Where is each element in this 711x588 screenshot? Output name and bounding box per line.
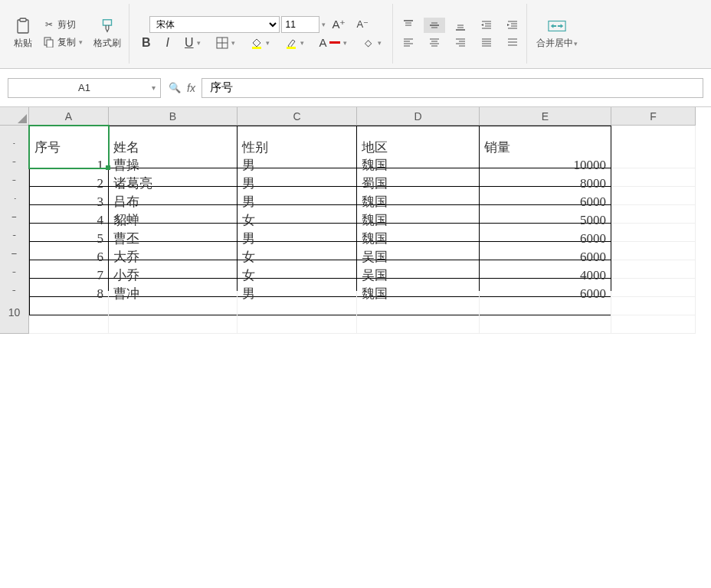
select-all-corner[interactable] (0, 107, 29, 126)
font-decrease-icon: A⁻ (356, 18, 369, 30)
underline-icon: U (185, 36, 194, 50)
cell[interactable] (29, 291, 109, 334)
borders-button[interactable]: ▾ (211, 35, 240, 51)
merge-icon (548, 17, 566, 35)
font-color-icon: A (319, 36, 327, 49)
brush-icon (98, 17, 116, 35)
svg-rect-1 (20, 18, 26, 21)
bold-button[interactable]: B (137, 34, 156, 51)
spreadsheet-grid[interactable]: ABCDEF1序号姓名性别地区销量21曹操男魏国1000032诸葛亮男蜀国800… (0, 107, 711, 309)
eraser-icon: ◇ (362, 37, 375, 49)
column-header[interactable]: C (238, 107, 357, 126)
indent-left-icon (480, 19, 493, 31)
align-right-button[interactable] (450, 34, 471, 50)
align-left-icon (402, 36, 414, 48)
copy-button[interactable]: 复制 ▾ (38, 34, 87, 51)
distribute-icon (506, 36, 519, 48)
font-increase-icon: A⁺ (332, 18, 346, 31)
align-center-icon (428, 36, 441, 48)
font-color-button[interactable]: A▾ (315, 34, 352, 51)
fx-icon[interactable]: fx (187, 82, 195, 94)
highlight-button[interactable]: ▾ (280, 35, 309, 51)
bold-icon: B (142, 36, 151, 50)
cell[interactable] (357, 291, 480, 334)
font-size-input[interactable] (281, 16, 319, 33)
cell[interactable] (480, 291, 611, 334)
italic-icon: I (166, 36, 169, 50)
column-header[interactable]: D (357, 107, 480, 126)
align-top-button[interactable] (398, 18, 419, 33)
border-icon (216, 37, 228, 49)
cut-label: 剪切 (57, 18, 76, 31)
clipboard-icon (14, 17, 32, 35)
highlight-icon (285, 37, 297, 49)
formula-input[interactable] (202, 78, 703, 98)
merge-center-label: 合并居中 (536, 38, 573, 48)
eraser-button[interactable]: ◇▾ (358, 35, 386, 51)
cell[interactable] (611, 291, 696, 334)
decrease-indent-button[interactable] (476, 18, 497, 33)
column-header[interactable]: E (480, 107, 611, 126)
align-center-button[interactable] (424, 34, 445, 50)
underline-button[interactable]: U▾ (180, 34, 205, 51)
merge-center-button[interactable]: 合并居中▾ (532, 15, 582, 51)
indent-right-icon (506, 19, 519, 31)
zoom-out-icon[interactable]: 🔍 (169, 82, 181, 93)
copy-label: 复制 (57, 36, 76, 49)
fill-color-button[interactable]: ▾ (246, 35, 274, 51)
justify-icon (480, 36, 493, 48)
align-bottom-button[interactable] (450, 18, 471, 33)
decrease-font-button[interactable]: A⁻ (352, 17, 373, 31)
fill-icon (251, 37, 263, 49)
align-middle-button[interactable] (424, 18, 445, 33)
align-top-icon (402, 19, 414, 31)
svg-rect-4 (103, 20, 112, 25)
ribbon-toolbar: 粘贴 ✂ 剪切 复制 ▾ 格式刷 (0, 0, 711, 69)
justify-button[interactable] (476, 34, 497, 50)
increase-indent-button[interactable] (502, 18, 523, 33)
formula-bar: A1 🔍 fx (0, 69, 711, 107)
svg-rect-8 (252, 47, 261, 49)
column-header[interactable]: F (611, 107, 696, 126)
font-name-select[interactable]: 宋体 (149, 16, 280, 33)
italic-button[interactable]: I (162, 34, 174, 51)
cell[interactable] (109, 291, 238, 334)
format-painter-label: 格式刷 (93, 37, 121, 50)
cell[interactable]: 序号 (29, 126, 109, 168)
column-header[interactable]: B (109, 107, 238, 126)
paste-button[interactable]: 粘贴 (9, 15, 37, 51)
align-left-button[interactable] (398, 34, 419, 50)
cell[interactable] (238, 291, 357, 334)
svg-rect-3 (47, 40, 53, 47)
align-middle-icon (428, 19, 441, 31)
name-box[interactable]: A1 (8, 78, 161, 98)
paste-label: 粘贴 (14, 37, 32, 50)
svg-rect-9 (287, 47, 296, 49)
scissors-icon: ✂ (43, 18, 55, 31)
align-bottom-icon (454, 19, 467, 31)
format-painter-button[interactable]: 格式刷 (89, 15, 126, 51)
increase-font-button[interactable]: A⁺ (327, 16, 350, 33)
distribute-button[interactable] (502, 34, 523, 50)
cut-button[interactable]: ✂ 剪切 (38, 17, 87, 33)
row-header[interactable]: 10 (0, 291, 29, 334)
copy-icon (43, 36, 55, 48)
align-right-icon (454, 36, 467, 48)
column-header[interactable]: A (29, 107, 109, 126)
